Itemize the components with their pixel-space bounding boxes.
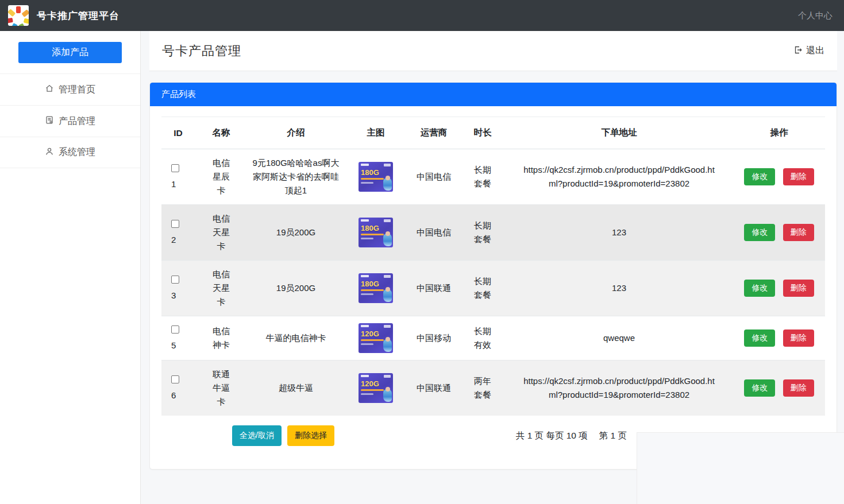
operator: 中国移动 [417, 333, 451, 343]
sidebar-item-home[interactable]: 管理首页 [0, 73, 140, 105]
table-row: 3 电信天星卡 19员200G 180G 中国联通 长期套餐 123 修改 删除 [161, 261, 825, 316]
column-header: ID [161, 117, 195, 149]
sidebar-item-label: 系统管理 [59, 146, 95, 158]
product-table-head: ID名称介绍主图运营商时长下单地址操作 [161, 117, 825, 149]
duration: 两年套餐 [473, 374, 492, 402]
badge-icon [384, 325, 391, 328]
column-header: 名称 [195, 117, 248, 149]
carrier-logo-icon [361, 375, 369, 377]
order-url: qweqwe [522, 331, 717, 345]
product-table-body: 1 电信星辰卡 9元180G哈哈哈as啊大家阿斯达卡省的去啊哇顶起1 180G … [161, 149, 825, 416]
carrier-logo-icon [361, 219, 369, 222]
row-checkbox[interactable] [171, 276, 179, 284]
document-icon [45, 115, 54, 127]
order-url: https://qk2csf.zjrmob.cn/product/ppd/Pdd… [522, 163, 717, 191]
logout-label: 退出 [806, 45, 824, 57]
product-id: 5 [171, 339, 176, 352]
badge-icon [384, 219, 391, 222]
delete-button[interactable]: 删除 [783, 168, 814, 185]
product-id: 6 [171, 389, 176, 402]
sidebar-menu: 管理首页 产品管理 系统管理 [0, 73, 140, 168]
sidebar-item-products[interactable]: 产品管理 [0, 105, 140, 137]
product-name: 电信天星卡 [212, 212, 230, 253]
edit-button[interactable]: 修改 [744, 224, 775, 241]
sidebar-item-label: 管理首页 [59, 84, 95, 96]
sidebar-item-label: 产品管理 [59, 115, 95, 127]
column-header: 介绍 [248, 117, 344, 149]
column-header: 时长 [460, 117, 505, 149]
delete-button[interactable]: 删除 [783, 329, 814, 347]
app-logo [8, 5, 29, 26]
row-checkbox[interactable] [171, 164, 179, 172]
user-icon [45, 147, 54, 158]
edit-button[interactable]: 修改 [744, 280, 775, 297]
carrier-logo-icon [361, 275, 369, 277]
product-description: 19员200G [252, 281, 340, 295]
page-title: 号卡产品管理 [162, 42, 241, 60]
app-title: 号卡推广管理平台 [37, 9, 120, 22]
header-row: ID名称介绍主图运营商时长下单地址操作 [161, 117, 825, 149]
mascot-illustration [383, 178, 392, 191]
product-image: 120G [359, 373, 393, 403]
order-url: https://qk2csf.zjrmob.cn/product/ppd/Pdd… [522, 374, 717, 402]
profile-center-link[interactable]: 个人中心 [798, 10, 833, 21]
duration: 长期套餐 [473, 163, 492, 191]
duration: 长期套餐 [473, 219, 492, 246]
sidebar: 添加产品 管理首页 产品管理 [0, 31, 141, 504]
pagination-current-page: 第 1 页 [599, 430, 627, 442]
table-row: 1 电信星辰卡 9元180G哈哈哈as啊大家阿斯达卡省的去啊哇顶起1 180G … [161, 149, 825, 205]
edit-button[interactable]: 修改 [744, 379, 775, 397]
order-url: 123 [522, 226, 717, 239]
product-list-card: 产品列表 ID名称介绍主图运营商时长下单地址操作 1 电信星辰卡 9元180G哈… [149, 82, 837, 470]
delete-selected-button[interactable]: 删除选择 [287, 425, 334, 446]
column-header: 主图 [344, 117, 407, 149]
product-id: 3 [171, 289, 176, 303]
column-header: 运营商 [407, 117, 460, 149]
product-description: 牛逼的电信神卡 [252, 331, 340, 345]
row-checkbox[interactable] [171, 375, 179, 383]
product-id: 2 [171, 233, 176, 247]
bottom-right-panel [637, 432, 844, 504]
row-checkbox[interactable] [171, 220, 179, 228]
product-description: 9元180G哈哈哈as啊大家阿斯达卡省的去啊哇顶起1 [252, 156, 340, 197]
product-name: 电信天星卡 [212, 267, 230, 309]
product-name: 电信星辰卡 [212, 156, 230, 197]
product-image: 180G [359, 273, 393, 303]
operator: 中国电信 [417, 172, 451, 181]
mascot-illustration [383, 389, 392, 402]
duration: 长期套餐 [473, 274, 492, 302]
edit-button[interactable]: 修改 [744, 329, 775, 347]
operator: 中国联通 [417, 383, 451, 393]
top-navbar: 号卡推广管理平台 个人中心 [0, 0, 844, 31]
order-url: 123 [522, 281, 717, 295]
pagination: 共 1 页 每页 10 项 第 1 页 [516, 430, 627, 442]
mascot-illustration [383, 339, 392, 352]
sidebar-item-system[interactable]: 系统管理 [0, 137, 140, 168]
delete-button[interactable]: 删除 [783, 224, 814, 241]
product-table: ID名称介绍主图运营商时长下单地址操作 1 电信星辰卡 9元180G哈哈哈as啊… [161, 117, 825, 416]
product-image: 180G [359, 218, 393, 247]
badge-icon [384, 275, 391, 278]
column-header: 操作 [733, 117, 825, 149]
pagination-summary: 共 1 页 每页 10 项 [516, 430, 588, 442]
delete-button[interactable]: 删除 [783, 280, 814, 297]
panel-header: 产品列表 [150, 83, 837, 106]
table-row: 5 电信神卡 牛逼的电信神卡 120G 中国移动 长期有效 qweqwe 修改 … [161, 316, 825, 360]
product-image: 120G [359, 323, 393, 353]
delete-button[interactable]: 删除 [783, 379, 814, 397]
add-product-button[interactable]: 添加产品 [18, 42, 122, 63]
select-all-button[interactable]: 全选/取消 [232, 425, 282, 446]
row-checkbox[interactable] [171, 325, 179, 334]
home-icon [45, 84, 54, 95]
carrier-logo-icon [361, 325, 369, 327]
edit-button[interactable]: 修改 [744, 168, 775, 185]
mascot-illustration [383, 289, 392, 302]
page-header: 号卡产品管理 退出 [149, 31, 837, 71]
product-description: 19员200G [252, 226, 340, 239]
carrier-logo-icon [361, 164, 369, 166]
product-id: 1 [171, 177, 176, 191]
product-description: 超级牛逼 [252, 381, 340, 395]
duration: 长期有效 [473, 324, 492, 352]
operator: 中国电信 [417, 227, 451, 237]
logout-button[interactable]: 退出 [793, 45, 824, 57]
